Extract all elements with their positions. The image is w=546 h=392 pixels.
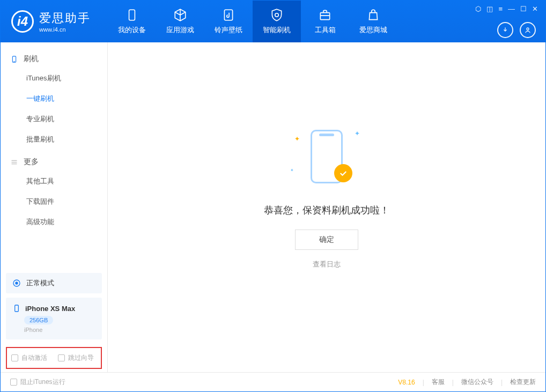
device-name: iPhone XS Max [25, 305, 75, 313]
nav-tabs: 我的设备 应用游戏 铃声壁纸 智能刷机 工具箱 爱思商城 [108, 1, 397, 42]
checkbox-block-itunes[interactable]: 阻止iTunes运行 [10, 378, 65, 387]
minimize-button[interactable]: — [508, 5, 515, 13]
window-controls: ⬡ ◫ ≡ — ☐ ✕ [475, 5, 538, 13]
menu-icon[interactable]: ≡ [498, 5, 503, 13]
svg-rect-1 [224, 10, 232, 20]
sparkle-icon: ✦ [294, 135, 300, 143]
device-mode-label: 正常模式 [26, 278, 54, 288]
logo: i4 爱思助手 www.i4.cn [1, 10, 108, 33]
device-info-card[interactable]: iPhone XS Max 256GB iPhone [6, 298, 102, 339]
tshirt-icon[interactable]: ⬡ [475, 5, 481, 13]
phone-icon [10, 55, 18, 63]
lock-icon[interactable]: ◫ [486, 5, 493, 13]
list-icon [10, 158, 18, 166]
svg-point-3 [527, 28, 529, 30]
sidebar-item-batch-flash[interactable]: 批量刷机 [1, 129, 107, 150]
bag-icon [366, 8, 380, 22]
success-message: 恭喜您，保资料刷机成功啦！ [264, 204, 389, 217]
app-name: 爱思助手 [39, 10, 91, 26]
checkbox-icon [11, 354, 18, 361]
sidebar-section-more: 更多 [1, 153, 107, 171]
main-content: ✦ ✦ ✦ 恭喜您，保资料刷机成功啦！ 确定 查看日志 [108, 42, 545, 372]
options-row: 自动激活 跳过向导 [6, 347, 102, 369]
device-mode-card[interactable]: 正常模式 [6, 273, 102, 293]
footer-link-wechat[interactable]: 微信公众号 [461, 378, 493, 387]
svg-rect-11 [15, 305, 19, 312]
tab-my-device[interactable]: 我的设备 [108, 1, 156, 42]
footer-link-support[interactable]: 客服 [432, 378, 445, 387]
header: i4 爱思助手 www.i4.cn 我的设备 应用游戏 铃声壁纸 智能刷机 [1, 1, 545, 42]
device-small-icon [12, 304, 21, 313]
sidebar-item-pro-flash[interactable]: 专业刷机 [1, 109, 107, 129]
sparkle-icon: ✦ [355, 130, 360, 137]
svg-rect-0 [129, 10, 135, 20]
app-url: www.i4.cn [39, 26, 91, 33]
device-icon [125, 8, 139, 22]
music-file-icon [222, 8, 235, 22]
tab-toolbox[interactable]: 工具箱 [301, 1, 349, 42]
checkbox-skip-guide[interactable]: 跳过向导 [58, 353, 94, 363]
check-badge-icon [334, 164, 352, 182]
sparkle-icon: ✦ [290, 168, 294, 173]
sidebar-item-download-firmware[interactable]: 下载固件 [1, 191, 107, 212]
sidebar: 刷机 iTunes刷机 一键刷机 专业刷机 批量刷机 更多 其他工具 下载固件 … [1, 42, 108, 372]
maximize-button[interactable]: ☐ [520, 5, 527, 13]
download-button[interactable] [497, 22, 513, 38]
sidebar-item-advanced[interactable]: 高级功能 [1, 212, 107, 232]
toolbox-icon [318, 8, 332, 22]
body: 刷机 iTunes刷机 一键刷机 专业刷机 批量刷机 更多 其他工具 下载固件 … [1, 42, 545, 372]
shield-refresh-icon [270, 8, 284, 22]
logo-icon: i4 [11, 10, 34, 33]
checkbox-icon [10, 379, 17, 386]
sidebar-item-itunes-flash[interactable]: iTunes刷机 [1, 68, 107, 88]
close-button[interactable]: ✕ [532, 5, 538, 13]
sidebar-item-oneclick-flash[interactable]: 一键刷机 [1, 88, 107, 109]
footer: 阻止iTunes运行 V8.16 | 客服 | 微信公众号 | 检查更新 [1, 372, 545, 391]
sidebar-item-other-tools[interactable]: 其他工具 [1, 171, 107, 191]
svg-rect-2 [320, 13, 329, 20]
sidebar-section-flash: 刷机 [1, 50, 107, 68]
ok-button[interactable]: 确定 [295, 230, 358, 250]
device-type: iPhone [24, 327, 95, 333]
checkbox-icon [58, 354, 65, 361]
tab-store[interactable]: 爱思商城 [349, 1, 397, 42]
mode-icon [12, 279, 21, 287]
app-window: i4 爱思助手 www.i4.cn 我的设备 应用游戏 铃声壁纸 智能刷机 [0, 0, 546, 392]
tab-apps-games[interactable]: 应用游戏 [156, 1, 204, 42]
footer-link-update[interactable]: 检查更新 [510, 378, 536, 387]
version-label: V8.16 [398, 379, 415, 386]
success-illustration: ✦ ✦ ✦ [284, 124, 370, 189]
tab-smart-flash[interactable]: 智能刷机 [253, 1, 301, 42]
cube-icon [173, 8, 187, 22]
svg-point-10 [16, 282, 18, 284]
user-button[interactable] [520, 22, 536, 38]
checkbox-auto-activate[interactable]: 自动激活 [11, 353, 47, 363]
tab-ringtones[interactable]: 铃声壁纸 [204, 1, 253, 42]
device-storage-badge: 256GB [24, 316, 53, 324]
view-log-link[interactable]: 查看日志 [313, 260, 341, 269]
